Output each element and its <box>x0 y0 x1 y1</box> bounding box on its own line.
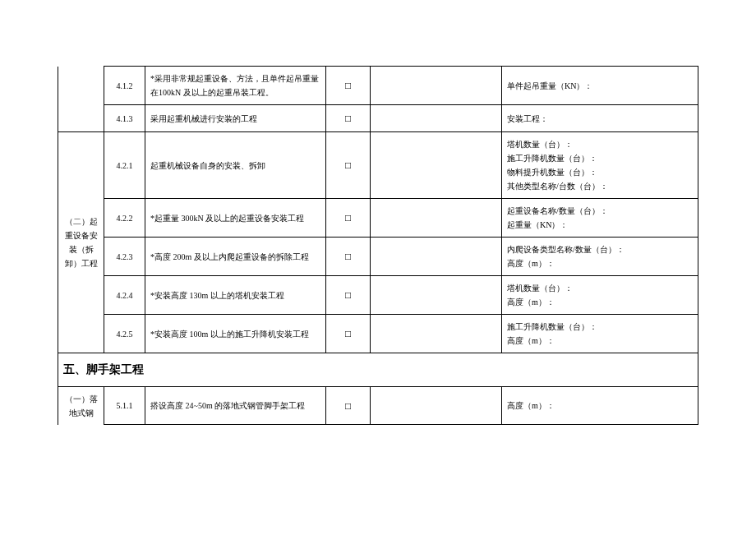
category-cell-blank <box>58 67 104 132</box>
row-checkbox[interactable]: □ <box>326 238 371 276</box>
table-row: （二）起重设备安装（拆卸）工程 4.2.1 起重机械设备自身的安装、拆卸 □ 塔… <box>58 132 698 199</box>
row-number: 4.1.2 <box>104 67 145 105</box>
row-notes: 塔机数量（台）：施工升降机数量（台）：物料提升机数量（台）：其他类型名称/台数（… <box>502 132 698 199</box>
row-number: 4.1.3 <box>104 105 145 132</box>
row-number: 4.2.3 <box>104 238 145 276</box>
table-row: 4.2.5 *安装高度 100m 以上的施工升降机安装工程 □ 施工升降机数量（… <box>58 315 698 353</box>
row-desc: *起重量 300kN 及以上的起重设备安装工程 <box>145 199 326 238</box>
row-number: 4.2.5 <box>104 315 145 353</box>
row-checkbox[interactable]: □ <box>326 67 371 105</box>
row-desc: *采用非常规起重设备、方法，且单件起吊重量在100kN 及以上的起重吊装工程。 <box>145 67 326 105</box>
row-desc: *高度 200m 及以上内爬起重设备的拆除工程 <box>145 238 326 276</box>
row-checkbox[interactable]: □ <box>326 105 371 132</box>
table-row: 4.2.3 *高度 200m 及以上内爬起重设备的拆除工程 □ 内爬设备类型名称… <box>58 238 698 276</box>
row-checkbox[interactable]: □ <box>326 276 371 315</box>
row-desc: *安装高度 130m 以上的塔机安装工程 <box>145 276 326 315</box>
category-cell-5-1: （一）落地式钢 <box>58 386 104 425</box>
row-notes: 单件起吊重量（KN）： <box>502 67 698 105</box>
row-checkbox[interactable]: □ <box>326 132 371 199</box>
row-notes: 高度（m）： <box>502 386 698 425</box>
row-desc: 起重机械设备自身的安装、拆卸 <box>145 132 326 199</box>
checkbox-empty-icon: □ <box>345 289 351 301</box>
row-mid-empty <box>371 276 502 315</box>
row-desc: *安装高度 100m 以上的施工升降机安装工程 <box>145 315 326 353</box>
row-number: 4.2.1 <box>104 132 145 199</box>
checkbox-empty-icon: □ <box>345 159 351 171</box>
row-number: 4.2.2 <box>104 199 145 238</box>
checkbox-empty-icon: □ <box>345 113 351 124</box>
table-row: 4.1.2 *采用非常规起重设备、方法，且单件起吊重量在100kN 及以上的起重… <box>58 67 698 105</box>
checkbox-empty-icon: □ <box>345 251 351 262</box>
row-checkbox[interactable]: □ <box>326 199 371 238</box>
row-checkbox[interactable]: □ <box>326 315 371 353</box>
table-row: 4.2.4 *安装高度 130m 以上的塔机安装工程 □ 塔机数量（台）：高度（… <box>58 276 698 315</box>
category-cell-4-2: （二）起重设备安装（拆卸）工程 <box>58 132 104 353</box>
row-desc: 搭设高度 24~50m 的落地式钢管脚手架工程 <box>145 386 326 425</box>
row-notes: 塔机数量（台）：高度（m）： <box>502 276 698 315</box>
table-row: 4.2.2 *起重量 300kN 及以上的起重设备安装工程 □ 起重设备名称/数… <box>58 199 698 238</box>
row-mid-empty <box>371 105 502 132</box>
row-number: 4.2.4 <box>104 276 145 315</box>
checkbox-empty-icon: □ <box>345 212 351 224</box>
checkbox-empty-icon: □ <box>345 400 351 412</box>
table-row: （一）落地式钢 5.1.1 搭设高度 24~50m 的落地式钢管脚手架工程 □ … <box>58 386 698 425</box>
engineering-spec-table: 4.1.2 *采用非常规起重设备、方法，且单件起吊重量在100kN 及以上的起重… <box>58 66 698 425</box>
row-mid-empty <box>371 132 502 199</box>
section-heading-row: 五、脚手架工程 <box>58 353 698 387</box>
row-mid-empty <box>371 315 502 353</box>
checkbox-empty-icon: □ <box>345 328 351 339</box>
row-notes: 安装工程： <box>502 105 698 132</box>
row-mid-empty <box>371 67 502 105</box>
row-mid-empty <box>371 199 502 238</box>
row-checkbox[interactable]: □ <box>326 386 371 425</box>
row-mid-empty <box>371 238 502 276</box>
checkbox-empty-icon: □ <box>345 80 351 91</box>
table-row: 4.1.3 采用起重机械进行安装的工程 □ 安装工程： <box>58 105 698 132</box>
row-notes: 起重设备名称/数量（台）：起重量（KN）： <box>502 199 698 238</box>
row-mid-empty <box>371 386 502 425</box>
row-notes: 施工升降机数量（台）：高度（m）： <box>502 315 698 353</box>
row-notes: 内爬设备类型名称/数量（台）：高度（m）： <box>502 238 698 276</box>
row-desc: 采用起重机械进行安装的工程 <box>145 105 326 132</box>
section-5-heading: 五、脚手架工程 <box>58 353 698 387</box>
row-number: 5.1.1 <box>104 386 145 425</box>
